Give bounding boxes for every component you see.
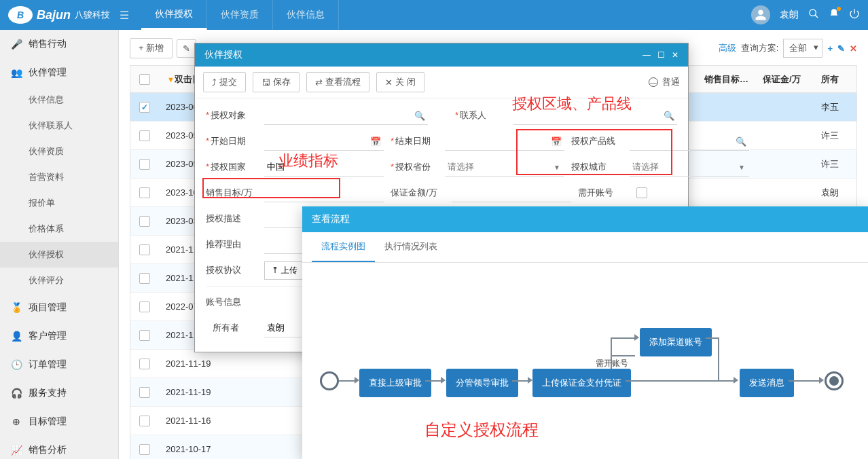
sidebar-sub-partner-auth[interactable]: 伙伴授权 [0,242,118,268]
plus-icon[interactable]: + [827,43,833,54]
sidebar-item-sales-action[interactable]: 🎤销售行动 [0,30,118,58]
auth-product-input[interactable] [630,132,749,151]
sidebar-item-partner-mgmt[interactable]: 👥伙伴管理 [0,58,118,87]
advanced-link[interactable]: 高级 [719,42,736,54]
edit-icon[interactable]: ✎ [837,43,845,54]
row-checkbox[interactable] [139,330,150,341]
col-deposit[interactable]: 保证金/万 [756,73,814,86]
sidebar-item-target[interactable]: ⊕目标管理 [0,407,118,436]
search-icon[interactable]: 🔍 [736,136,746,147]
auth-country-input[interactable] [264,158,384,177]
minimize-icon[interactable]: — [643,50,651,60]
dialog1-title-bar[interactable]: 伙伴授权 — ☐ ✕ [195,43,688,67]
cell-owner: 许三 [814,130,856,142]
sidebar-sub-partner-info[interactable]: 伙伴信息 [0,87,118,113]
row-checkbox[interactable] [139,102,150,113]
sidebar-item-order[interactable]: 🕒订单管理 [0,350,118,379]
add-button[interactable]: + 新增 [130,38,173,58]
need-account-checkbox[interactable] [636,187,647,198]
flow-canvas: 直接上级审批 分管领导审批 上传保证金支付凭证 需开账号 添加渠道账号 发送消息… [302,263,868,453]
sidebar-sub-pricing[interactable]: 价格体系 [0,216,118,242]
sidebar-item-customer[interactable]: 👤客户管理 [0,322,118,350]
dialog2-title[interactable]: 查看流程 [302,206,868,232]
select-all-checkbox[interactable] [139,74,150,85]
save-button[interactable]: 🖫保存 [253,72,300,92]
flow-node-5: 发送消息 [740,369,794,397]
svg-point-0 [810,10,816,16]
row-checkbox[interactable] [139,130,150,141]
row-checkbox[interactable] [139,187,150,198]
close-icon[interactable]: ✕ [672,50,679,60]
tab-flow-diagram[interactable]: 流程实例图 [312,232,375,262]
chart-icon: 📈 [11,445,22,456]
row-checkbox[interactable] [139,273,150,284]
flow-node-1: 直接上级审批 [359,369,431,397]
cell-owner: 许三 [814,158,856,170]
sales-target-input[interactable] [264,183,384,202]
sidebar-item-support[interactable]: 🎧服务支持 [0,379,118,407]
calendar-icon[interactable]: 📅 [370,136,381,147]
row-checkbox[interactable] [139,159,150,170]
sidebar-sub-first-operate[interactable]: 首营资料 [0,164,118,190]
power-icon[interactable] [849,8,860,22]
menu-toggle-icon[interactable]: ☰ [120,9,129,22]
search-icon[interactable]: 🔍 [414,111,425,121]
search-icon[interactable]: 🔍 [664,111,674,121]
upload-icon: ⤒ [272,265,278,275]
row-checkbox[interactable] [139,216,150,227]
person-icon: 👤 [11,331,22,342]
mode-toggle[interactable]: —普通 [649,76,680,88]
row-checkbox[interactable] [139,387,150,398]
close-button[interactable]: ✕关 闭 [376,72,424,92]
auth-province-select[interactable] [445,158,564,177]
edit-button[interactable]: ✎ [177,39,196,58]
upload-button[interactable]: ⤒上传 [264,261,305,280]
auth-city-select[interactable] [630,158,749,177]
dialog-view-flow: 查看流程 流程实例图 执行情况列表 直接上级审批 分管领导审批 上传保证金支付凭… [302,206,868,459]
flow-end [825,371,844,390]
maximize-icon[interactable]: ☐ [657,50,665,60]
sidebar-sub-partner-contact[interactable]: 伙伴联系人 [0,113,118,139]
row-checkbox[interactable] [139,359,150,369]
view-flow-button[interactable]: ⇄查看流程 [306,72,369,92]
submit-button[interactable]: ⤴提交 [203,72,246,92]
top-tabs: 伙伴授权 伙伴资质 伙伴信息 [141,0,339,30]
row-checkbox[interactable] [139,301,150,312]
chevron-down-icon: ▼ [738,164,745,171]
tab-partner-auth[interactable]: 伙伴授权 [141,0,207,30]
tab-partner-qual[interactable]: 伙伴资质 [207,0,273,30]
sidebar-sub-partner-qual[interactable]: 伙伴资质 [0,139,118,164]
delete-icon[interactable]: ✕ [850,43,857,54]
start-date-input[interactable] [264,132,384,151]
contact-input[interactable] [513,106,677,125]
row-checkbox[interactable] [139,416,150,426]
bell-icon[interactable] [829,8,839,22]
dialog1-toolbar: ⤴提交 🖫保存 ⇄查看流程 ✕关 闭 —普通 [195,67,688,98]
end-date-input[interactable] [445,132,564,151]
deposit-input[interactable] [452,183,571,202]
annotation-custom-flow: 自定义授权流程 [424,419,539,441]
flow-node-4: 添加渠道账号 [640,328,712,356]
query-plan-label: 查询方案: [741,42,779,54]
col-target[interactable]: 销售目标/万 [698,73,756,86]
row-checkbox[interactable] [139,244,150,255]
sidebar-item-analysis[interactable]: 📈销售分析 [0,436,118,459]
tab-exec-list[interactable]: 执行情况列表 [375,232,447,262]
avatar[interactable] [751,5,770,24]
sidebar-sub-quote[interactable]: 报价单 [0,190,118,216]
search-icon[interactable] [808,8,819,22]
users-icon: 👥 [11,67,22,78]
auth-target-input[interactable] [264,106,428,125]
tab-partner-info[interactable]: 伙伴信息 [273,0,339,30]
query-plan-select[interactable]: 全部▾ [783,39,822,58]
dialog2-tabs: 流程实例图 执行情况列表 [302,232,868,263]
col-owner[interactable]: 所有 [814,73,856,86]
flow-start [320,371,339,390]
row-checkbox[interactable] [139,444,150,455]
flow-condition-label: 需开账号 [596,358,628,369]
calendar-icon[interactable]: 📅 [551,136,562,147]
sidebar-sub-partner-score[interactable]: 伙伴评分 [0,268,118,293]
svg-line-1 [815,15,818,18]
logo-icon: B [8,6,33,24]
sidebar-item-project[interactable]: 🏅项目管理 [0,293,118,322]
